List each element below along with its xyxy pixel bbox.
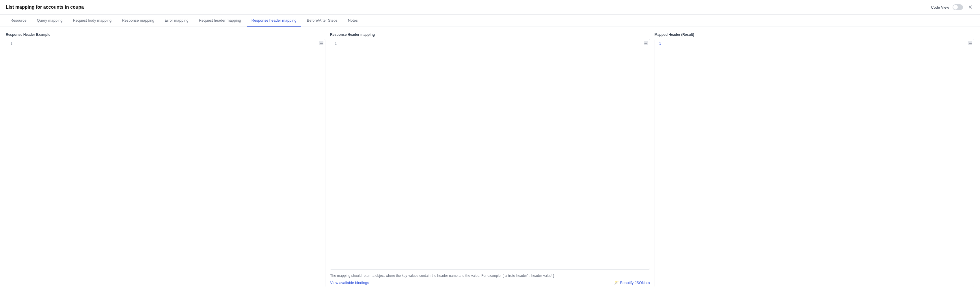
response-header-mapping-label: Response Header mapping [330, 33, 650, 36]
code-view-label: Code View [931, 5, 949, 10]
header: List mapping for accounts in coupa Code … [0, 0, 980, 15]
tab-notes[interactable]: Notes [343, 15, 363, 27]
tab-query-mapping[interactable]: Query mapping [32, 15, 67, 27]
tab-bar: Resource Query mapping Request body mapp… [0, 15, 980, 27]
collapse-right-button[interactable]: — [968, 41, 972, 45]
response-header-example-editor: 1 — [6, 39, 325, 287]
line-numbers-middle: 1 [330, 39, 339, 269]
tab-before-after-steps[interactable]: Before/After Steps [302, 15, 342, 27]
tab-response-mapping[interactable]: Response mapping [117, 15, 159, 27]
mapped-header-result-input[interactable] [663, 39, 974, 287]
beautify-icon: 🪄 [614, 281, 619, 285]
editors-row: Response Header Example 1 — Response Hea… [6, 33, 974, 287]
editor-content-left: 1 [6, 39, 325, 287]
response-header-mapping-panel: Response Header mapping 1 — The mapping … [330, 33, 650, 287]
beautify-label: Beautify JSONata [620, 281, 650, 285]
tab-request-header-mapping[interactable]: Request header mapping [194, 15, 246, 27]
line-numbers-right: 1 [655, 39, 663, 287]
tab-request-body-mapping[interactable]: Request body mapping [68, 15, 116, 27]
app-container: List mapping for accounts in coupa Code … [0, 0, 980, 293]
response-header-example-panel: Response Header Example 1 — [6, 33, 325, 287]
tab-error-mapping[interactable]: Error mapping [160, 15, 193, 27]
response-header-example-label: Response Header Example [6, 33, 325, 36]
close-button[interactable]: ✕ [966, 3, 974, 11]
tab-response-header-mapping[interactable]: Response header mapping [247, 15, 301, 27]
response-header-mapping-input[interactable] [339, 39, 649, 269]
footer-actions: View available bindings 🪄 Beautify JSONa… [330, 281, 650, 285]
header-controls: Code View ✕ [931, 3, 974, 11]
mapped-header-result-label: Mapped Header (Result) [655, 33, 974, 36]
footer-section: The mapping should return a object where… [330, 273, 650, 287]
line-number-1-right: 1 [657, 41, 661, 46]
page-title: List mapping for accounts in coupa [6, 5, 84, 10]
code-view-toggle[interactable] [953, 4, 963, 10]
main-content: Response Header Example 1 — Response Hea… [0, 27, 980, 293]
collapse-left-button[interactable]: — [319, 41, 323, 45]
view-bindings-link[interactable]: View available bindings [330, 281, 369, 285]
line-number-1-middle: 1 [332, 41, 337, 46]
mapped-header-result-editor: 1 — [655, 39, 974, 287]
tab-resource[interactable]: Resource [6, 15, 31, 27]
editor-content-right: 1 [655, 39, 974, 287]
beautify-button[interactable]: 🪄 Beautify JSONata [614, 281, 650, 285]
mapped-header-result-panel: Mapped Header (Result) 1 — [655, 33, 974, 287]
response-header-example-input[interactable] [15, 39, 325, 287]
response-header-mapping-editor: 1 — [330, 39, 650, 270]
footer-description: The mapping should return a object where… [330, 273, 650, 278]
editor-content-middle: 1 [330, 39, 649, 269]
line-numbers-left: 1 [6, 39, 15, 287]
collapse-middle-button[interactable]: — [644, 41, 648, 45]
line-number-1: 1 [8, 41, 13, 46]
